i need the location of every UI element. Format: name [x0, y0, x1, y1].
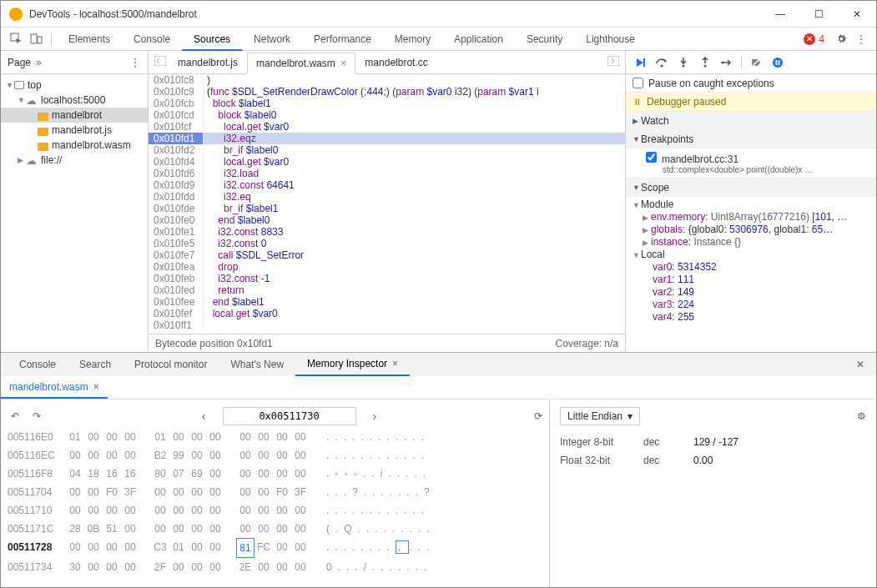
close-icon[interactable]: × [392, 353, 398, 375]
tree-host[interactable]: ▼☁localhost:5000 [1, 93, 148, 108]
code-line[interactable]: 0x010fed return [149, 284, 625, 296]
code-line[interactable]: 0x010fe0 end $label0 [149, 214, 625, 226]
pause-on-exceptions-button[interactable] [770, 55, 785, 70]
navigator-menu-icon[interactable]: ⋮ [130, 57, 141, 68]
main-tab-security[interactable]: Security [515, 28, 574, 51]
code-line[interactable]: 0x010fc8) [149, 74, 625, 86]
endian-select[interactable]: Little Endian▾ [560, 407, 640, 425]
scope-module-header[interactable]: ▼Module [633, 199, 869, 211]
code-line[interactable]: 0x010feb i32.const -1 [149, 273, 625, 284]
code-line[interactable]: 0x010fcf local.get $var0 [149, 121, 625, 133]
more-menu-icon[interactable]: ⋮ [851, 29, 871, 49]
code-line[interactable]: 0x010fd4 local.get $var0 [149, 156, 625, 168]
resume-button[interactable] [633, 55, 648, 70]
pause-on-caught-checkbox[interactable] [633, 78, 643, 88]
code-line[interactable]: 0x010ff1 [149, 319, 625, 331]
deactivate-breakpoints-button[interactable] [748, 55, 764, 70]
code-line[interactable]: 0x010fcd block $label0 [149, 109, 625, 121]
main-tab-network[interactable]: Network [242, 28, 302, 51]
scope-local-header[interactable]: ▼Local [633, 249, 869, 261]
tree-file-mandelbrot-wasm[interactable]: mandelbrot.wasm [1, 138, 148, 153]
tree-folder-mandelbrot[interactable]: mandelbrot [1, 108, 148, 123]
pause-on-caught-row[interactable]: Pause on caught exceptions [626, 74, 876, 93]
memory-address-input[interactable] [223, 407, 356, 425]
code-line[interactable]: 0x010fc9(func $SDL_SetRenderDrawColor (;… [149, 86, 625, 98]
editor-nav-forward-icon[interactable] [605, 56, 622, 68]
inspect-element-icon[interactable] [6, 29, 26, 49]
main-tab-console[interactable]: Console [122, 28, 182, 51]
undo-icon[interactable]: ↶ [11, 410, 19, 422]
hex-row[interactable]: 005116F8041816168007690000000000.▫▫▫..i.… [8, 465, 542, 483]
address-next-icon[interactable]: › [363, 410, 387, 423]
breakpoint-item[interactable]: mandelbrot.cc:31 std::complex<double> po… [626, 148, 876, 178]
local-variable[interactable]: var2: 149 [633, 286, 869, 299]
hex-row[interactable]: 00511710000000000000000000000000........… [8, 501, 542, 520]
code-line[interactable]: 0x010fd1 i32.eqz [149, 133, 625, 144]
editor-nav-back-icon[interactable] [152, 56, 169, 68]
hex-row[interactable]: 0051172800000000C301000081FC0000........… [8, 538, 542, 558]
code-line[interactable]: 0x010fdd i32.eq [149, 191, 625, 203]
editor-tab-mandelbrot-wasm[interactable]: mandelbrot.wasm× [247, 53, 355, 74]
code-line[interactable]: 0x010fe7 call $SDL_SetError [149, 249, 625, 261]
code-line[interactable]: 0x010fcb block $label1 [149, 98, 625, 109]
hex-row[interactable]: 005116E0010000000100000000000000........… [8, 428, 542, 446]
step-out-button[interactable] [698, 55, 713, 70]
step-into-button[interactable] [676, 55, 691, 70]
code-line[interactable]: 0x010fea drop [149, 261, 625, 273]
close-icon[interactable]: × [340, 53, 347, 74]
navigator-more-tabs-icon[interactable]: » [36, 57, 42, 68]
code-line[interactable]: 0x010fd6 i32.load [149, 168, 625, 179]
drawer-tab-console[interactable]: Console [8, 354, 68, 376]
local-variable[interactable]: var0: 5314352 [633, 261, 869, 274]
hex-row[interactable]: 00511734300000002F0000002E0000000.../...… [8, 558, 542, 576]
code-line[interactable]: 0x010fd2 br_if $label0 [149, 144, 625, 156]
main-tab-memory[interactable]: Memory [383, 28, 442, 51]
code-line[interactable]: 0x010fe1 i32.const 8833 [149, 226, 625, 238]
close-icon[interactable]: × [93, 381, 99, 393]
main-tab-elements[interactable]: Elements [57, 28, 122, 51]
step-button[interactable] [719, 55, 734, 70]
error-counter[interactable]: ✕ 4 [804, 33, 824, 45]
tree-file-scheme[interactable]: ▶☁file:// [1, 153, 148, 168]
local-variable[interactable]: var1: 111 [633, 274, 869, 286]
breakpoints-section-header[interactable]: ▼Breakpoints [626, 130, 876, 148]
breakpoint-checkbox[interactable] [646, 152, 657, 163]
navigator-page-label[interactable]: Page [8, 57, 31, 68]
refresh-icon[interactable]: ⟳ [534, 410, 542, 422]
window-minimize-button[interactable]: — [761, 1, 799, 27]
settings-gear-icon[interactable] [831, 29, 851, 49]
redo-icon[interactable]: ↷ [33, 410, 41, 422]
value-settings-gear-icon[interactable]: ⚙ [857, 410, 866, 422]
drawer-close-icon[interactable]: ✕ [851, 359, 869, 370]
code-line[interactable]: 0x010fee end $label1 [149, 296, 625, 308]
local-variable[interactable]: var3: 224 [633, 299, 869, 311]
watch-section-header[interactable]: ▶Watch [626, 112, 876, 130]
memory-tab-mandelbrot-wasm[interactable]: mandelbrot.wasm× [1, 376, 108, 399]
hex-row[interactable]: 005116EC00000000B299000000000000........… [8, 446, 542, 465]
window-close-button[interactable]: ✕ [838, 1, 876, 27]
tree-file-mandelbrot-js[interactable]: mandelbrot.js [1, 123, 148, 138]
scope-instance[interactable]: ▶instance: Instance {} [633, 236, 869, 249]
editor-tab-mandelbrot-cc[interactable]: mandelbrot.cc [355, 52, 436, 73]
address-prev-icon[interactable]: ‹ [192, 410, 216, 423]
tree-top-frame[interactable]: ▼top [1, 78, 148, 93]
local-variable[interactable]: var4: 255 [633, 311, 869, 324]
scope-env-memory[interactable]: ▶env.memory: Uint8Array(16777216) [101, … [633, 211, 869, 224]
editor-tab-mandelbrot-js[interactable]: mandelbrot.js [169, 52, 247, 73]
window-maximize-button[interactable]: ☐ [799, 1, 838, 27]
main-tab-application[interactable]: Application [442, 28, 515, 51]
drawer-tab-what's-new[interactable]: What's New [219, 354, 295, 376]
hex-row[interactable]: 005117040000F03F000000000000F03F...?....… [8, 483, 542, 501]
code-line[interactable]: 0x010fde br_if $label1 [149, 203, 625, 214]
main-tab-performance[interactable]: Performance [302, 28, 383, 51]
hex-row[interactable]: 0051171C280B51000000000000000000(.Q.....… [8, 520, 542, 538]
code-line[interactable]: 0x010fd9 i32.const 64641 [149, 179, 625, 191]
code-line[interactable]: 0x010fe5 i32.const 0 [149, 238, 625, 249]
drawer-tab-protocol-monitor[interactable]: Protocol monitor [123, 354, 219, 376]
scope-globals[interactable]: ▶globals: {global0: 5306976, global1: 65… [633, 224, 869, 236]
code-line[interactable]: 0x010fef local.get $var0 [149, 308, 625, 319]
device-toolbar-icon[interactable] [26, 29, 46, 49]
scope-section-header[interactable]: ▼Scope [626, 178, 876, 197]
drawer-tab-search[interactable]: Search [68, 354, 123, 376]
drawer-tab-memory-inspector[interactable]: Memory Inspector × [295, 354, 410, 376]
